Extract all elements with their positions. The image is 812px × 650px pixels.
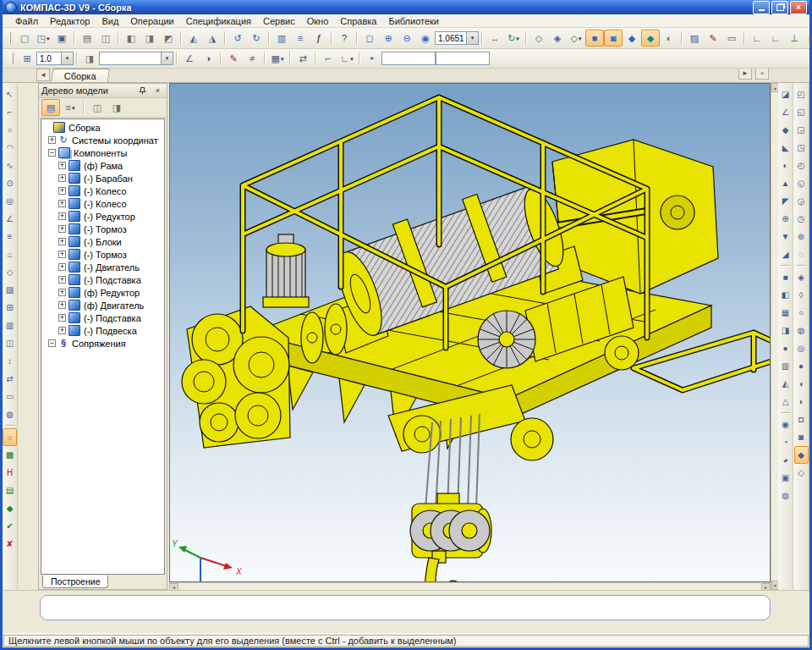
dependencies-icon[interactable]: ◘: [794, 410, 809, 428]
measure-distance-icon[interactable]: ∟: [748, 30, 766, 47]
pin-panel-icon[interactable]: [136, 85, 149, 96]
tree-group-components[interactable]: Компоненты: [43, 146, 164, 159]
tab-scroll-right-icon[interactable]: ►: [738, 67, 752, 80]
current-step-combo[interactable]: 1.0: [36, 52, 74, 65]
move-tool-icon[interactable]: ↕: [3, 352, 17, 370]
tree-item-3[interactable]: (-) Колесо: [43, 185, 164, 197]
draft-icon[interactable]: △: [778, 393, 793, 410]
shell-icon[interactable]: ▣: [778, 469, 793, 487]
spec-objects-icon[interactable]: ◳: [794, 139, 809, 157]
mate-tangent-icon[interactable]: ◣: [778, 139, 793, 157]
tree-item-14[interactable]: (-) Подвеска: [43, 324, 164, 337]
library-lamp-icon[interactable]: ☼: [3, 428, 17, 446]
close-panel-icon[interactable]: ×: [151, 85, 164, 96]
title-bar[interactable]: КОМПАС-3D V9 - Сборка ×: [3, 0, 809, 14]
zoom-scale-combo[interactable]: 1.0651: [435, 31, 479, 45]
expander-icon[interactable]: [58, 251, 66, 258]
menu-service[interactable]: Сервис: [257, 16, 301, 26]
library-manager-icon[interactable]: ▥: [272, 30, 291, 47]
zoom-in-icon[interactable]: ⊕: [379, 30, 398, 47]
coordinate-x-field[interactable]: [381, 52, 436, 65]
spec-view-icon[interactable]: ◲: [794, 121, 809, 139]
cut-icon[interactable]: ◧: [122, 30, 140, 47]
menu-view[interactable]: Вид: [96, 16, 124, 26]
expander-icon[interactable]: [48, 149, 56, 157]
orientation-combo[interactable]: [99, 52, 173, 65]
tree-group-coordinate-systems[interactable]: ↻ Системы координат: [43, 134, 164, 146]
zones-icon[interactable]: ◗: [794, 393, 809, 410]
loft-icon[interactable]: ▥: [778, 357, 793, 375]
expander-icon[interactable]: [58, 162, 66, 169]
edit-sketch-icon[interactable]: ✎: [224, 50, 243, 67]
shaded-edges-view-icon[interactable]: ◙: [604, 30, 623, 47]
variables-icon[interactable]: ≡: [291, 30, 310, 47]
tab-assembly[interactable]: Сборка: [51, 69, 110, 82]
mates-panel-icon[interactable]: ◆: [794, 446, 809, 464]
undo-icon[interactable]: ↺: [228, 30, 247, 47]
rotate-view-icon[interactable]: ↻: [504, 30, 523, 47]
base-plane-icon[interactable]: ◨: [80, 50, 99, 67]
shaded-view-icon[interactable]: ■: [585, 30, 604, 47]
interrupt-icon[interactable]: ✘: [3, 535, 17, 553]
tree-extra-window-icon[interactable]: ◨: [107, 99, 126, 116]
ortho-drawing-icon[interactable]: ⇄: [294, 50, 312, 67]
zoom-all-icon[interactable]: ◉: [416, 30, 435, 47]
edit-part-icon[interactable]: ⌐: [3, 103, 17, 121]
expander-icon[interactable]: [58, 200, 66, 207]
tree-item-11[interactable]: (ф) Редуктор: [43, 286, 164, 299]
open-document-icon[interactable]: ◳: [34, 30, 52, 47]
point-tool-icon[interactable]: ⊙: [3, 174, 17, 192]
mate-concentric-icon[interactable]: ◐: [778, 157, 793, 174]
restore-button[interactable]: [771, 1, 788, 14]
expander-icon[interactable]: [58, 289, 66, 296]
filters-icon[interactable]: ◌: [794, 245, 809, 263]
snap-icon[interactable]: ∟: [337, 50, 356, 67]
mate-angle-icon[interactable]: ∠: [778, 103, 793, 121]
orientation-iso-icon[interactable]: ◈: [548, 30, 567, 47]
expander-icon[interactable]: [58, 327, 66, 334]
tree-structure-icon[interactable]: ▤: [41, 99, 60, 116]
tree-item-5[interactable]: (-) Редуктор: [43, 210, 164, 223]
property-message-field[interactable]: [40, 595, 771, 620]
zoom-out-icon[interactable]: ⊖: [398, 30, 416, 47]
aux-circle-icon[interactable]: ◎: [3, 192, 17, 210]
tree-item-9[interactable]: (-) Двигатель: [43, 261, 164, 273]
contour-tool-icon[interactable]: ⌂: [3, 245, 17, 263]
circle-tool-icon[interactable]: ○: [3, 121, 17, 139]
solid-tools-icon[interactable]: ●: [794, 357, 809, 375]
measure-edge-icon[interactable]: ⊥: [785, 30, 804, 47]
rotate-component-icon[interactable]: ◢: [778, 245, 793, 263]
add-component-icon[interactable]: ⊕: [778, 210, 793, 228]
tree-item-12[interactable]: (ф) Двигатель: [43, 299, 164, 311]
points-icon[interactable]: ○: [794, 304, 809, 322]
zoom-window-icon[interactable]: ◻: [360, 30, 379, 47]
select-tool-icon[interactable]: ↖: [3, 85, 17, 103]
tree-item-10[interactable]: (-) Подставка: [43, 273, 164, 286]
extrude-icon[interactable]: ■: [778, 268, 793, 286]
measure-area-icon[interactable]: ▦: [804, 30, 812, 47]
perspective-view-icon[interactable]: ◆: [623, 30, 641, 47]
spec-edit-icon[interactable]: ◱: [794, 103, 809, 121]
expander-icon[interactable]: [58, 212, 66, 220]
polygon-tool-icon[interactable]: ◇: [3, 263, 17, 281]
move-component-icon[interactable]: ▼: [778, 228, 793, 245]
tab-scroll-left-icon[interactable]: ◄: [36, 69, 50, 81]
spline-tool-icon[interactable]: ∿: [3, 157, 17, 174]
fx-icon[interactable]: ƒ: [310, 30, 328, 47]
tree-display-icon[interactable]: ≡: [61, 99, 80, 116]
round-icon[interactable]: ◍: [778, 487, 793, 504]
paste-icon[interactable]: ◩: [159, 30, 178, 47]
tab-construction[interactable]: Построение: [42, 576, 108, 588]
expander-icon[interactable]: [58, 314, 66, 322]
pan-icon[interactable]: ↔: [486, 30, 504, 47]
arc-tool-icon[interactable]: ◠: [3, 139, 17, 157]
menu-window[interactable]: Окно: [301, 16, 335, 26]
local-cs-icon[interactable]: ⌐: [319, 50, 337, 67]
expander-icon[interactable]: [58, 276, 66, 284]
axis-icon[interactable]: ◉: [778, 416, 793, 433]
tree-item-13[interactable]: (-) Подставка: [43, 311, 164, 324]
mate-parallel-icon[interactable]: ▲: [778, 174, 793, 192]
angle-snap-icon[interactable]: ∠: [180, 50, 199, 67]
cut-extrude-icon[interactable]: ◧: [778, 286, 793, 304]
report-icon[interactable]: ◴: [794, 157, 809, 174]
